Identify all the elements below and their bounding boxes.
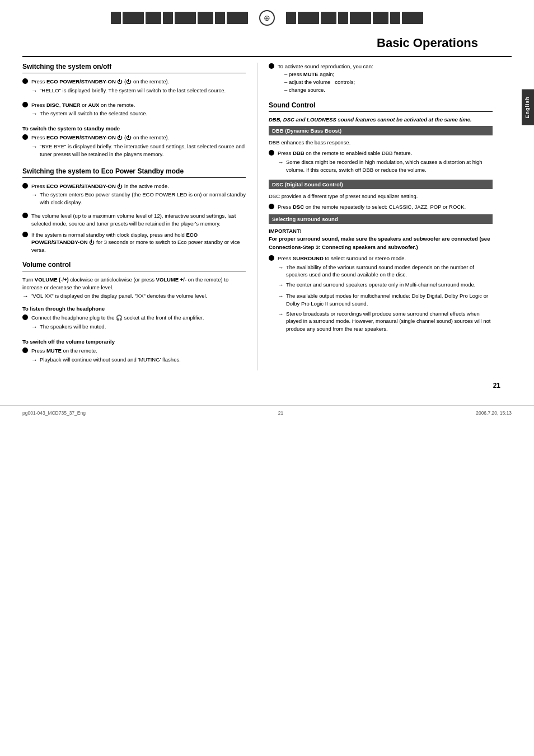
- arrow-text: The system enters Eco power standby (the…: [40, 191, 246, 206]
- bold-text: ECO POWER/STANDBY-ON: [31, 232, 198, 246]
- arrow-text: The available output modes for multichan…: [286, 292, 493, 308]
- arrow-text: The center and surround speakers operate…: [286, 281, 476, 289]
- bold-text: ECO POWER/STANDBY-ON: [46, 78, 116, 84]
- arrow-icon: →: [278, 292, 284, 301]
- bold-text: DISC: [46, 102, 59, 108]
- bold-text: DSC: [293, 204, 304, 210]
- bullet-icon: [22, 102, 28, 107]
- item-content: Press ECO POWER/STANDBY-ON ⏻ (⏻ on the r…: [31, 78, 246, 98]
- list-item: Press ECO POWER/STANDBY-ON ⏻ (⏻ on the r…: [22, 134, 246, 160]
- list-item: Press SURROUND to select surround or ste…: [269, 255, 493, 335]
- arrow-line: → The system enters Eco power standby (t…: [31, 191, 246, 206]
- item-content: The volume level (up to a maximum volume…: [31, 212, 246, 228]
- list-item: Press ECO POWER/STANDBY-ON ⏻ (⏻ on the r…: [22, 78, 246, 98]
- arrow-icon: →: [31, 356, 38, 365]
- arrow-icon: →: [31, 110, 38, 119]
- sublabel-mute: To switch off the volume temporarily: [22, 339, 246, 345]
- dbb-intro: DBB enhances the bass response.: [269, 139, 493, 147]
- list-item: If the system is normal standby with clo…: [22, 231, 246, 254]
- seg6: [198, 12, 213, 24]
- rseg5: [350, 12, 371, 24]
- seg4: [163, 12, 173, 24]
- arrow-icon: →: [278, 281, 284, 290]
- bullet-icon: [269, 63, 274, 69]
- item-content: Press DSC on the remote repeatedly to se…: [278, 203, 493, 211]
- arrow-text: The speakers will be muted.: [40, 323, 106, 331]
- rseg4: [338, 12, 348, 24]
- dsc-box-title: DSC (Digital Sound Control): [269, 180, 493, 189]
- page: ⊕ Basic Operations English Switching the…: [0, 0, 534, 756]
- seg1: [111, 12, 121, 24]
- bullet-icon: [22, 183, 28, 189]
- seg3: [146, 12, 161, 24]
- item-content: To activate sound reproduction, you can:…: [278, 63, 493, 95]
- arrow-line: → The system will switch to the selected…: [31, 110, 246, 119]
- rseg8: [402, 12, 423, 24]
- important-text: For proper surround sound, make sure the…: [269, 236, 490, 250]
- arrow-icon: →: [22, 292, 29, 301]
- english-tab: English: [522, 90, 534, 125]
- bold-text: SURROUND: [293, 255, 324, 261]
- list-item: Press DSC on the remote repeatedly to se…: [269, 203, 493, 211]
- arrow-line: → The center and surround speakers opera…: [278, 281, 493, 290]
- important-label: IMPORTANT!: [269, 228, 302, 234]
- footer-center: 21: [278, 410, 283, 416]
- arrow-line: → The available output modes for multich…: [278, 292, 493, 308]
- arrow-line: → Some discs might be recorded in high m…: [278, 158, 493, 174]
- list-item: Press MUTE on the remote. → Playback wil…: [22, 347, 246, 367]
- list-item: To activate sound reproduction, you can:…: [269, 63, 493, 95]
- arrow-icon: →: [31, 191, 38, 200]
- bold-text: AUX: [88, 102, 99, 108]
- important-block: IMPORTANT! For proper surround sound, ma…: [269, 227, 493, 251]
- dash-item: – press MUTE again;: [278, 71, 493, 78]
- bullet-icon: [22, 314, 28, 320]
- arrow-text: The availability of the various surround…: [286, 264, 493, 279]
- right-column: To activate sound reproduction, you can:…: [257, 63, 493, 370]
- section-eco-title: Switching the system to Eco Power Standb…: [22, 167, 246, 178]
- arrow-line: → Stereo broadcasts or recordings will p…: [278, 310, 493, 333]
- arrow-icon: →: [278, 158, 284, 167]
- rseg3: [321, 12, 336, 24]
- dsc-intro: DSC provides a different type of preset …: [269, 192, 493, 200]
- list-item: Press DBB on the remote to enable/disabl…: [269, 149, 493, 176]
- bold-text: ECO POWER/STANDBY-ON: [46, 183, 116, 189]
- rseg2: [298, 12, 319, 24]
- left-column: Switching the system on/off Press ECO PO…: [22, 63, 257, 370]
- sublabel-headphone: To listen through the headphone: [22, 306, 246, 312]
- sound-note: DBB, DSC and LOUDNESS sound features can…: [269, 116, 493, 123]
- dbb-box-title: DBB (Dynamic Bass Boost): [269, 126, 493, 135]
- left-segments: [111, 12, 248, 24]
- list-item: Connect the headphone plug to the 🎧 sock…: [22, 314, 246, 334]
- rseg7: [390, 12, 400, 24]
- footer-left: pg001-043_MCD735_37_Eng: [22, 410, 86, 416]
- bold-text: MUTE: [46, 348, 62, 354]
- item-content: Press DISC, TUNER or AUX on the remote. …: [31, 101, 246, 121]
- list-item: Press ECO POWER/STANDBY-ON ⏻ in the acti…: [22, 182, 246, 209]
- arrow-line: → The speakers will be muted.: [31, 323, 246, 332]
- item-content: If the system is normal standby with clo…: [31, 231, 246, 254]
- arrow-line: → "VOL XX" is displayed on the display p…: [22, 292, 246, 301]
- bullet-icon: [22, 78, 28, 84]
- arrow-text: Playback will continue without sound and…: [40, 356, 181, 364]
- sublabel-standby: To switch the system to standby mode: [22, 125, 246, 132]
- footer-right: 2006.7.20, 15:13: [476, 410, 512, 416]
- bold-text: VOLUME +/-: [156, 276, 187, 283]
- bullet-icon: [269, 255, 274, 261]
- arrow-icon: →: [31, 323, 38, 332]
- seg2: [123, 12, 144, 24]
- arrow-text: Some discs might be recorded in high mod…: [286, 158, 493, 174]
- seg7: [215, 12, 225, 24]
- arrow-line: → "HELLO" is displayed briefly. The syst…: [31, 87, 246, 96]
- page-title: Basic Operations: [377, 36, 478, 50]
- arrow-text: "VOL XX" is displayed on the display pan…: [31, 292, 207, 300]
- rseg1: [286, 12, 296, 24]
- bullet-icon: [22, 134, 28, 140]
- item-content: Press MUTE on the remote. → Playback wil…: [31, 347, 246, 367]
- main-content: Switching the system on/off Press ECO PO…: [0, 57, 534, 382]
- seg8: [227, 12, 248, 24]
- arrow-icon: →: [278, 264, 284, 273]
- arrow-line: → "BYE BYE" is displayed briefly. The in…: [31, 143, 246, 158]
- list-item: Press DISC, TUNER or AUX on the remote. …: [22, 101, 246, 121]
- item-content: Press DBB on the remote to enable/disabl…: [278, 149, 493, 176]
- arrow-line: → Playback will continue without sound a…: [31, 356, 246, 365]
